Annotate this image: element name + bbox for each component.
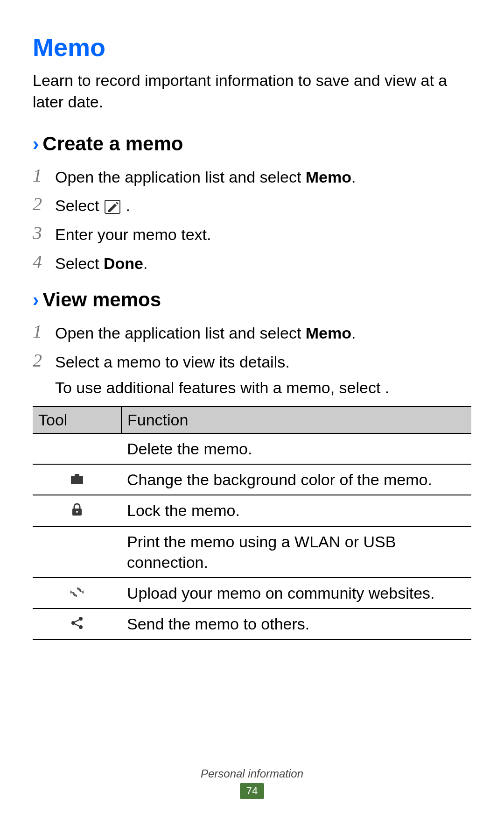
table-row: Change the background color of the memo. <box>33 464 471 495</box>
step-text: Select Done. <box>55 251 147 275</box>
footer-section: Personal information <box>0 767 504 780</box>
step-text: Enter your memo text. <box>55 222 211 246</box>
page-footer: Personal information 74 <box>0 767 504 799</box>
step-number: 2 <box>33 349 55 372</box>
table-row: Lock the memo. <box>33 495 471 526</box>
section-create-heading: › Create a memo <box>33 133 471 155</box>
svg-line-9 <box>75 624 79 626</box>
step-number: 2 <box>33 193 55 215</box>
table-header-function: Function <box>121 406 471 433</box>
step-item: 2 Select . <box>33 193 471 217</box>
step-text: Open the application list and select Mem… <box>55 164 356 189</box>
step-item: 4 Select Done. <box>33 251 471 275</box>
svg-rect-2 <box>75 474 79 477</box>
table-row: Print the memo using a WLAN or USB conne… <box>33 526 471 578</box>
step-number: 1 <box>33 164 55 187</box>
svg-rect-1 <box>71 476 83 484</box>
delete-icon <box>33 433 121 464</box>
function-text: Send the memo to others. <box>121 608 471 639</box>
lock-icon <box>33 495 121 526</box>
intro-text: Learn to record important information to… <box>33 70 471 113</box>
color-icon <box>33 464 121 495</box>
share-icon <box>33 608 121 639</box>
step-number: 1 <box>33 320 55 343</box>
step-number: 4 <box>33 251 55 273</box>
step-item: 1 Open the application list and select M… <box>33 320 471 345</box>
step-number: 3 <box>33 222 55 244</box>
page-title: Memo <box>33 33 471 62</box>
sync-icon <box>33 578 121 608</box>
section-view-title: View memos <box>42 289 161 311</box>
svg-point-4 <box>76 511 78 513</box>
tool-function-table: Tool Function Delete the memo. Change th… <box>33 406 471 640</box>
section-view-heading: › View memos <box>33 289 471 311</box>
step-text: Select a memo to view its details. <box>55 349 290 374</box>
table-row: Upload your memo on community websites. <box>33 578 471 608</box>
section-create-title: Create a memo <box>42 133 183 155</box>
svg-line-8 <box>75 620 79 622</box>
view-steps: 1 Open the application list and select M… <box>33 320 471 373</box>
step-text: Select . <box>55 193 130 217</box>
create-steps: 1 Open the application list and select M… <box>33 164 471 275</box>
table-row: Send the memo to others. <box>33 608 471 639</box>
step-item: 1 Open the application list and select M… <box>33 164 471 189</box>
function-text: Delete the memo. <box>121 433 471 464</box>
function-text: Upload your memo on community websites. <box>121 578 471 608</box>
table-header-tool: Tool <box>33 406 121 433</box>
page-number: 74 <box>240 783 264 799</box>
function-text: Change the background color of the memo. <box>121 464 471 495</box>
step-subtext: To use additional features with a memo, … <box>55 377 471 399</box>
chevron-icon: › <box>33 290 39 311</box>
step-item: 3 Enter your memo text. <box>33 222 471 246</box>
step-item: 2 Select a memo to view its details. <box>33 349 471 374</box>
function-text: Print the memo using a WLAN or USB conne… <box>121 526 471 578</box>
chevron-icon: › <box>33 134 39 155</box>
function-text: Lock the memo. <box>121 495 471 526</box>
table-row: Delete the memo. <box>33 433 471 464</box>
step-text: Open the application list and select Mem… <box>55 320 356 345</box>
compose-icon <box>105 200 120 214</box>
print-icon <box>33 526 121 578</box>
